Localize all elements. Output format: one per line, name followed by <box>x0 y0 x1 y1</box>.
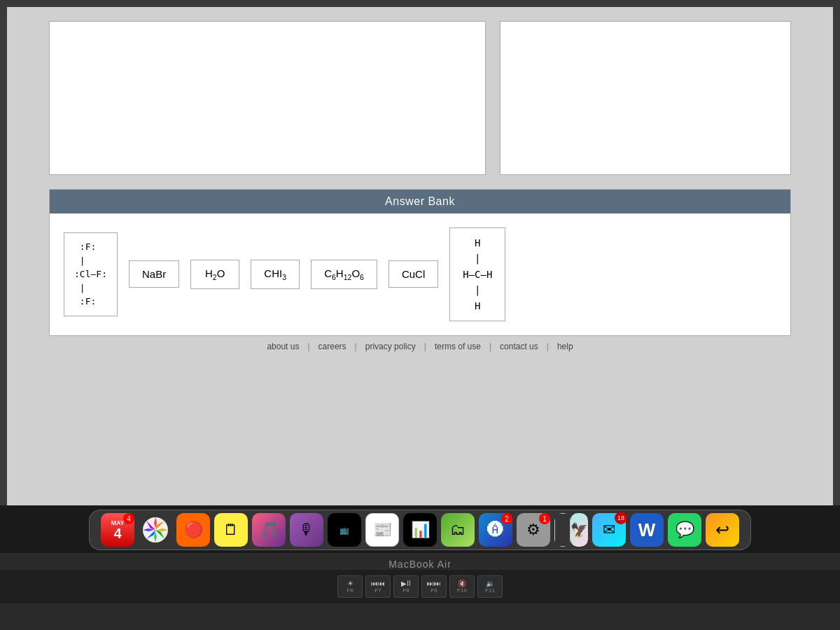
footer-careers[interactable]: careers <box>310 342 355 351</box>
dock-back-icon[interactable]: ↩ <box>706 513 739 547</box>
footer-contact-us[interactable]: contact us <box>491 342 547 351</box>
footer-privacy-policy[interactable]: privacy policy <box>357 342 424 351</box>
answer-bank-header: Answer Bank <box>50 190 790 214</box>
dock-appletv-icon[interactable]: 📺 <box>328 513 361 547</box>
content-area: Answer Bank :F: | :Cl–F: | :F: NaBr <box>7 7 833 505</box>
key-f8[interactable]: ▶II F8 <box>393 575 419 598</box>
macbook-lower: MAY 4 4 <box>0 505 840 630</box>
methane-structure: H | H–C–H | H <box>463 235 492 314</box>
appstore-badge: 2 <box>501 513 512 524</box>
dock-appstore-icon[interactable]: 🅐 2 <box>479 513 512 547</box>
footer-terms-of-use[interactable]: terms of use <box>426 342 489 351</box>
lewis-line-3: :Cl–F: <box>74 267 107 281</box>
macbook-label: MacBook Air <box>388 559 451 570</box>
answer-bank-title: Answer Bank <box>385 195 455 207</box>
top-box-left <box>49 21 486 175</box>
lewis-line-4: | <box>74 281 85 295</box>
methane-line-4: | <box>475 282 480 298</box>
footer-links: about us | careers | privacy policy | te… <box>21 336 819 357</box>
h2o-formula: H2O <box>205 267 225 281</box>
lewis-line-1: :F: <box>74 240 96 254</box>
sysprefs-badge: 1 <box>539 513 550 524</box>
dock-music-icon[interactable]: 🎵 <box>252 513 286 547</box>
methane-line-5: H <box>475 298 480 314</box>
chi3-formula: CHI3 <box>264 267 286 281</box>
mail-badge: 18 <box>615 512 627 524</box>
dock-bird-icon[interactable]: 🦅 <box>554 513 588 547</box>
key-f7[interactable]: ⏮⏮ F7 <box>365 575 391 598</box>
answer-bank-container: Answer Bank :F: | :Cl–F: | :F: NaBr <box>49 189 791 336</box>
dock-reminders-icon[interactable]: 🔴 <box>176 513 210 547</box>
nabr-formula: NaBr <box>142 268 166 280</box>
nabr-item[interactable]: NaBr <box>129 260 179 288</box>
dock-whatsapp-icon[interactable]: 💬 <box>668 513 701 547</box>
methane-item[interactable]: H | H–C–H | H <box>449 227 505 321</box>
dock-notes-icon[interactable]: 🗒 <box>214 513 248 547</box>
dock-photos-icon[interactable] <box>139 513 172 547</box>
lewis-line-2: | <box>74 254 85 268</box>
top-boxes-row <box>49 21 791 175</box>
calendar-badge: 4 <box>123 513 134 524</box>
dock: MAY 4 4 <box>89 510 751 550</box>
key-f6[interactable]: ☀ F6 <box>337 575 363 598</box>
c6h12o6-formula: C6H12O6 <box>324 267 364 281</box>
top-box-right <box>500 21 791 175</box>
lewis-line-5: :F: <box>74 295 96 309</box>
lewis-structure: :F: | :Cl–F: | :F: <box>74 240 107 309</box>
fn-row: ☀ F6 ⏮⏮ F7 ▶II F8 ⏭⏭ F9 🔇 F10 🔉 F11 <box>337 575 503 598</box>
dock-container: MAY 4 4 <box>0 505 840 553</box>
methane-line-2: | <box>475 251 480 266</box>
key-f9[interactable]: ⏭⏭ F9 <box>421 575 447 598</box>
cucl-item[interactable]: CuCl <box>388 260 438 288</box>
dock-finder-icon[interactable]: 🗂 <box>441 513 475 547</box>
lewis-clf3-item[interactable]: :F: | :Cl–F: | :F: <box>64 232 118 316</box>
footer-about-us[interactable]: about us <box>258 342 307 351</box>
dock-news-icon[interactable]: 📰 <box>365 513 399 547</box>
dock-word-icon[interactable]: W <box>630 513 664 547</box>
methane-line-1: H <box>475 235 480 251</box>
key-f11[interactable]: 🔉 F11 <box>477 575 503 598</box>
answer-bank-body: :F: | :Cl–F: | :F: NaBr H2O <box>50 214 790 335</box>
dock-sysprefs-icon[interactable]: ⚙ 1 <box>517 513 550 547</box>
key-f10[interactable]: 🔇 F10 <box>449 575 475 598</box>
methane-line-3: H–C–H <box>463 267 492 282</box>
dock-podcasts-icon[interactable]: 🎙 <box>290 513 323 547</box>
chi3-item[interactable]: CHI3 <box>251 260 300 289</box>
screen: Answer Bank :F: | :Cl–F: | :F: NaBr <box>7 7 833 505</box>
dock-calendar-icon[interactable]: MAY 4 4 <box>101 513 134 547</box>
dock-stocks-icon[interactable]: 📊 <box>403 513 437 547</box>
footer-help[interactable]: help <box>549 342 582 351</box>
cucl-formula: CuCl <box>402 268 425 280</box>
c6h12o6-item[interactable]: C6H12O6 <box>311 260 377 289</box>
dock-mail-icon[interactable]: ✉ 18 <box>592 513 626 547</box>
keyboard-area: ☀ F6 ⏮⏮ F7 ▶II F8 ⏭⏭ F9 🔇 F10 🔉 F11 <box>0 570 840 603</box>
h2o-item[interactable]: H2O <box>190 260 239 289</box>
